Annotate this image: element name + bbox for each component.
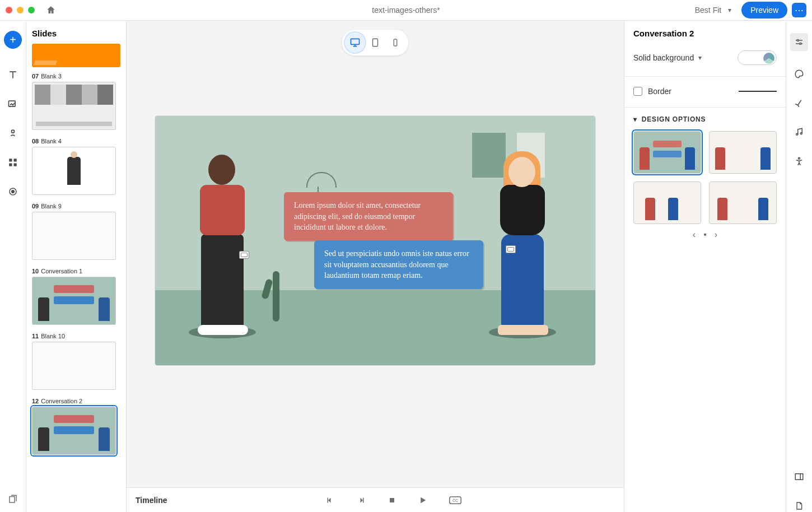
record-tool-icon[interactable] — [7, 185, 19, 198]
timeline-title: Timeline — [136, 496, 167, 505]
device-switch — [342, 30, 408, 55]
step-forward-button[interactable] — [356, 495, 366, 505]
svg-rect-4 — [9, 164, 12, 166]
appearance-icon[interactable] — [793, 68, 805, 80]
chevron-down-icon[interactable]: ▾ — [698, 54, 702, 62]
border-label: Border — [648, 87, 671, 96]
maximize-window-button[interactable] — [28, 7, 35, 13]
slide-item[interactable]: 10Conversation 1 — [32, 268, 120, 325]
speech-bubble-1[interactable]: Lorem ipsum dolor sit amet, consectetur … — [284, 192, 453, 241]
widgets-tool-icon[interactable] — [7, 156, 19, 169]
svg-rect-8 — [351, 39, 360, 44]
speech-bubble-2[interactable]: Sed ut perspiciatis undo omnis iste natu… — [314, 240, 483, 289]
svg-rect-20 — [10, 497, 15, 503]
desktop-device-button[interactable] — [345, 32, 365, 53]
slide-thumb[interactable] — [32, 212, 116, 260]
minimize-window-button[interactable] — [17, 7, 24, 13]
svg-rect-2 — [9, 159, 12, 161]
slides-panel-title: Slides — [32, 29, 120, 38]
slide-item[interactable]: 12Conversation 2 — [32, 398, 120, 455]
image-placeholder-icon — [239, 251, 249, 259]
mobile-device-button[interactable] — [385, 32, 405, 53]
text-tool-icon[interactable] — [7, 69, 19, 81]
document-title: text-images-others* — [372, 6, 440, 15]
more-menu-button[interactable]: ⋯ — [792, 3, 806, 17]
character-left[interactable] — [178, 145, 267, 335]
svg-text:CC: CC — [452, 499, 458, 502]
animate-icon[interactable] — [793, 97, 805, 109]
properties-title: Conversation 2 — [633, 29, 694, 38]
interaction-tool-icon[interactable] — [7, 127, 19, 139]
options-prev-button[interactable]: ‹ — [693, 230, 696, 240]
slide-thumb-partial[interactable] — [32, 44, 120, 67]
character-right[interactable] — [478, 145, 567, 335]
timeline-bar: Timeline CC — [127, 487, 624, 512]
slide-item[interactable]: 09Blank 9 — [32, 203, 120, 260]
zoom-select[interactable]: Best Fit — [695, 6, 731, 15]
panel-layout-icon[interactable] — [793, 471, 805, 483]
preview-button[interactable]: Preview — [741, 2, 787, 18]
document-icon[interactable] — [793, 500, 805, 512]
border-checkbox[interactable] — [633, 87, 642, 96]
design-options-header[interactable]: ▾ DESIGN OPTIONS — [633, 115, 777, 123]
image-placeholder-icon — [506, 245, 516, 253]
svg-rect-5 — [14, 164, 17, 166]
svg-rect-9 — [373, 39, 378, 46]
svg-point-18 — [799, 157, 800, 159]
chevron-down-icon: ▾ — [633, 115, 637, 123]
home-icon[interactable] — [46, 5, 56, 15]
design-option-1[interactable] — [633, 131, 701, 174]
window-controls — [6, 7, 35, 13]
design-option-2[interactable] — [709, 131, 777, 174]
tablet-device-button[interactable] — [365, 32, 385, 53]
close-window-button[interactable] — [6, 7, 12, 13]
pages-icon[interactable] — [8, 494, 18, 504]
canvas-area: Lorem ipsum dolor sit amet, consectetur … — [127, 21, 624, 512]
properties-panel: Conversation 2 Solid background ▾ Border… — [624, 21, 786, 512]
slide-thumb[interactable] — [32, 277, 116, 325]
captions-button[interactable]: CC — [449, 495, 461, 505]
slide-stage[interactable]: Lorem ipsum dolor sit amet, consectetur … — [155, 116, 595, 365]
slide-thumb[interactable] — [32, 82, 116, 130]
stop-button[interactable] — [388, 495, 396, 505]
slide-thumb[interactable] — [32, 342, 116, 390]
audio-icon[interactable] — [793, 126, 805, 138]
media-tool-icon[interactable] — [7, 98, 19, 110]
settings-toggle-button[interactable] — [790, 33, 808, 51]
add-slide-button[interactable]: + — [4, 31, 22, 49]
slide-item[interactable]: 07Blank 3 — [32, 73, 120, 130]
background-color-swatch[interactable] — [738, 50, 777, 65]
svg-point-7 — [12, 190, 15, 193]
svg-point-15 — [800, 43, 801, 45]
slide-item[interactable]: 08Blank 4 — [32, 138, 120, 195]
svg-point-16 — [796, 133, 798, 135]
accessibility-icon[interactable] — [793, 155, 805, 167]
svg-point-1 — [12, 130, 15, 133]
left-tool-rail: + — [0, 21, 26, 512]
slide-thumb-selected[interactable] — [32, 407, 116, 455]
svg-point-17 — [800, 133, 802, 134]
play-button[interactable] — [418, 495, 428, 505]
titlebar: text-images-others* Best Fit ▾ Preview ⋯ — [0, 0, 812, 21]
background-label: Solid background — [633, 53, 694, 62]
options-page-indicator: • — [703, 230, 707, 240]
step-back-button[interactable] — [325, 495, 335, 505]
svg-rect-10 — [394, 39, 396, 46]
svg-rect-19 — [795, 474, 803, 480]
svg-point-14 — [797, 40, 799, 41]
svg-rect-3 — [14, 159, 17, 161]
slides-panel: Slides 07Blank 3 08Blank 4 09Blank 9 10C… — [26, 21, 127, 512]
border-style-preview[interactable] — [739, 91, 777, 92]
slide-thumb[interactable] — [32, 147, 116, 195]
options-next-button[interactable]: › — [715, 230, 717, 240]
design-option-4[interactable] — [709, 181, 777, 224]
design-option-3[interactable] — [633, 181, 701, 224]
svg-rect-11 — [390, 498, 394, 502]
right-tool-rail — [786, 21, 812, 512]
slide-item[interactable]: 11Blank 10 — [32, 333, 120, 390]
